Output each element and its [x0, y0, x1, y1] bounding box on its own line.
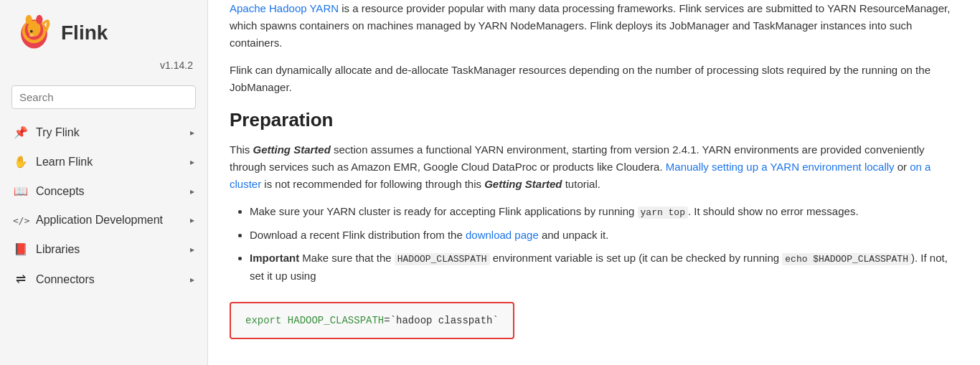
logo-area: Flink: [0, 0, 207, 60]
sidebar-item-label: Application Development: [36, 214, 163, 227]
chevron-right-icon: ▸: [190, 245, 194, 255]
sidebar-item-app-dev[interactable]: </> Application Development ▸: [0, 206, 207, 234]
yarn-env-link[interactable]: Manually setting up a YARN environment l…: [666, 161, 895, 173]
sidebar-item-label: Learn Flink: [36, 156, 93, 169]
getting-started-italic: Getting Started: [253, 143, 331, 156]
sidebar-item-concepts[interactable]: 📖 Concepts ▸: [0, 176, 207, 206]
code-equals: =`hadoop classpath`: [384, 315, 499, 326]
libraries-icon: 📕: [13, 242, 29, 256]
chevron-right-icon: ▸: [190, 275, 194, 285]
chevron-right-icon: ▸: [190, 186, 194, 196]
chevron-right-icon: ▸: [190, 157, 194, 167]
sidebar-item-try-flink[interactable]: 📌 Try Flink ▸: [0, 118, 207, 147]
bullet-1-text: Make sure your YARN cluster is ready for…: [250, 205, 638, 217]
sidebar-item-label: Connectors: [36, 273, 95, 286]
app-dev-icon: </>: [13, 215, 29, 226]
tutorial-text: tutorial.: [562, 178, 600, 190]
bullet-3: Important Make sure that the HADOOP_CLAS…: [250, 250, 958, 285]
bullet-2-end: and unpack it.: [539, 229, 609, 241]
logo-title: Flink: [61, 22, 108, 44]
flink-logo-icon: [14, 13, 54, 52]
svg-point-7: [29, 34, 34, 37]
hadoop-classpath-code: HADOOP_CLASSPATH: [395, 253, 490, 265]
echo-code: echo $HADOOP_CLASSPATH: [782, 253, 911, 265]
preparation-heading: Preparation: [230, 109, 958, 131]
sidebar-item-connectors[interactable]: ⇌ Connectors ▸: [0, 264, 207, 295]
code-export-keyword: export: [245, 315, 281, 326]
code-variable: HADOOP_CLASSPATH: [288, 315, 384, 326]
or-text: or: [895, 161, 910, 173]
main-content: Apache Hadoop YARN is a resource provide…: [208, 0, 980, 365]
getting-started-paragraph: This Getting Started section assumes a f…: [230, 141, 958, 193]
yarn-link[interactable]: Apache Hadoop YARN: [230, 2, 339, 14]
chevron-right-icon: ▸: [190, 215, 194, 225]
bullet-2-text: Download a recent Flink distribution fro…: [250, 229, 466, 241]
concepts-icon: 📖: [13, 184, 29, 198]
svg-point-6: [30, 30, 33, 33]
bullet-1-end: . It should show no error messages.: [688, 205, 859, 217]
sidebar-item-learn-flink[interactable]: ✋ Learn Flink ▸: [0, 147, 207, 176]
sidebar-item-label: Libraries: [36, 243, 80, 256]
sidebar-item-libraries[interactable]: 📕 Libraries ▸: [0, 234, 207, 264]
yarn-top-code: yarn top: [638, 207, 688, 219]
preparation-bullets: Make sure your YARN cluster is ready for…: [250, 203, 958, 285]
intro-before: This: [230, 143, 253, 156]
bullet-3-text: Make sure that the: [299, 252, 395, 264]
sidebar: Flink v1.14.2 📌 Try Flink ▸ ✋ Learn Flin…: [0, 0, 208, 365]
sidebar-item-label: Concepts: [36, 185, 85, 198]
intro-paragraph-2: Flink can dynamically allocate and de-al…: [230, 62, 958, 96]
learn-flink-icon: ✋: [13, 155, 29, 169]
download-page-link[interactable]: download page: [466, 229, 539, 241]
chevron-right-icon: ▸: [190, 128, 194, 138]
bullet-3-mid: environment variable is set up (it can b…: [490, 252, 783, 264]
search-input[interactable]: [11, 85, 196, 109]
getting-started-italic2: Getting Started: [484, 178, 562, 190]
svg-point-5: [36, 15, 42, 24]
sidebar-item-label: Try Flink: [36, 126, 80, 139]
try-flink-icon: 📌: [13, 125, 29, 139]
version-label: v1.14.2: [0, 60, 207, 80]
svg-point-4: [26, 15, 32, 24]
bullet-2: Download a recent Flink distribution fro…: [250, 227, 958, 244]
important-bold: Important: [250, 252, 299, 264]
intro-paragraph-1: Apache Hadoop YARN is a resource provide…: [230, 0, 958, 52]
connectors-icon: ⇌: [13, 272, 29, 287]
bullet-1: Make sure your YARN cluster is ready for…: [250, 203, 958, 221]
not-recommended-text: is not recommended for following through…: [261, 178, 484, 190]
code-block: export HADOOP_CLASSPATH=`hadoop classpat…: [230, 302, 514, 339]
